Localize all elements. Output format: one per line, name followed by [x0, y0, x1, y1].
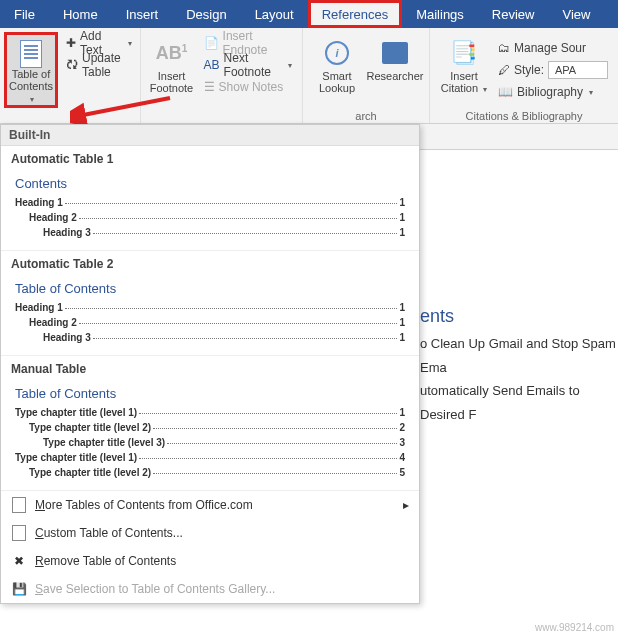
smart-lookup-button[interactable]: i Smart Lookup	[309, 32, 365, 108]
tab-review[interactable]: Review	[478, 0, 549, 28]
more-from-office-button[interactable]: MMore Tables of Contents from Office.com…	[1, 491, 419, 519]
gallery-title: Automatic Table 1	[11, 152, 409, 166]
manage-icon: 🗂	[498, 41, 510, 55]
toc-title: Contents	[15, 176, 405, 191]
refresh-icon: 🗘	[66, 58, 78, 72]
manage-sources-button[interactable]: 🗂 Manage Sour	[494, 37, 612, 59]
book-icon	[382, 42, 408, 64]
update-table-button[interactable]: 🗘 Update Table	[62, 54, 136, 76]
office-icon	[11, 497, 27, 513]
toc-title: Table of Contents	[15, 281, 405, 296]
custom-toc-button[interactable]: Custom Table of Contents...	[1, 519, 419, 547]
style-icon: 🖊	[498, 63, 510, 77]
tab-file[interactable]: File	[0, 0, 49, 28]
gallery-title: Manual Table	[11, 362, 409, 376]
ribbon: Table of Contents ▾ ✚ Add Text ▾ 🗘 Updat…	[0, 28, 618, 124]
researcher-button[interactable]: Researcher	[367, 32, 423, 108]
ribbon-tabs: File Home Insert Design Layout Reference…	[0, 0, 618, 28]
bibliography-label: Bibliography	[517, 85, 583, 99]
tab-design[interactable]: Design	[172, 0, 240, 28]
toc-row: Heading 31	[15, 225, 405, 240]
insert-citation-label-2: Citation	[441, 82, 478, 94]
gallery-title: Automatic Table 2	[11, 257, 409, 271]
chevron-down-icon: ▾	[288, 61, 292, 70]
insert-citation-button[interactable]: 📑 Insert Citation ▾	[436, 32, 492, 108]
endnote-icon: 📄	[204, 36, 219, 50]
chevron-down-icon: ▾	[483, 85, 487, 94]
chevron-down-icon: ▾	[30, 95, 34, 104]
toc-row: Type chapter title (level 1)1	[15, 405, 405, 420]
gallery-manual-table[interactable]: Manual Table Table of Contents Type chap…	[1, 356, 419, 491]
toc-row: Type chapter title (level 3)3	[15, 435, 405, 450]
custom-icon	[11, 525, 27, 541]
insert-citation-label-1: Insert	[450, 70, 478, 82]
save-icon: 💾	[11, 581, 27, 597]
style-label: Style:	[514, 63, 544, 77]
insert-footnote-label-2: Footnote	[150, 82, 193, 94]
tab-mailings[interactable]: Mailings	[402, 0, 478, 28]
toc-row: Heading 11	[15, 195, 405, 210]
watermark: www.989214.com	[535, 622, 614, 633]
manage-sources-label: Manage Sour	[514, 41, 586, 55]
bibliography-icon: 📖	[498, 85, 513, 99]
table-of-contents-button[interactable]: Table of Contents ▾	[4, 32, 58, 108]
footnote-icon: AB1	[156, 43, 188, 64]
document-text: ents o Clean Up Gmail and Stop Spam Ema …	[420, 300, 618, 426]
tab-view[interactable]: View	[548, 0, 604, 28]
doc-line-2: utomatically Send Emails to Desired F	[420, 379, 618, 426]
toc-label-2: Contents	[9, 80, 53, 92]
notes-icon: ☰	[204, 80, 215, 94]
smart-lookup-label-1: Smart	[322, 70, 351, 82]
toc-row: Heading 21	[15, 210, 405, 225]
toc-row: Heading 31	[15, 330, 405, 345]
tab-insert[interactable]: Insert	[112, 0, 173, 28]
update-table-label: Update Table	[82, 51, 132, 79]
remove-icon: ✖	[11, 553, 27, 569]
toc-row: Type chapter title (level 2)2	[15, 420, 405, 435]
insert-footnote-button[interactable]: AB1 Insert Footnote	[147, 32, 195, 108]
gallery-auto-table-1[interactable]: Automatic Table 1 Contents Heading 11Hea…	[1, 146, 419, 251]
citation-icon: 📑	[450, 41, 477, 65]
doc-heading-fragment: ents	[420, 300, 618, 332]
group-research-label: arch	[309, 108, 423, 122]
toc-row: Heading 11	[15, 300, 405, 315]
tab-extra[interactable]: no	[604, 0, 618, 28]
add-text-icon: ✚	[66, 36, 76, 50]
researcher-label: Researcher	[367, 70, 424, 82]
bibliography-button[interactable]: 📖 Bibliography ▾	[494, 81, 612, 103]
section-built-in: Built-In	[1, 125, 419, 146]
toc-title: Table of Contents	[15, 386, 405, 401]
remove-toc-button[interactable]: ✖ Remove Table of Contents	[1, 547, 419, 575]
chevron-right-icon: ▸	[403, 498, 409, 512]
save-selection-button: 💾 Save Selection to Table of Contents Ga…	[1, 575, 419, 603]
next-footnote-label: Next Footnote	[224, 51, 282, 79]
toc-row: Heading 21	[15, 315, 405, 330]
chevron-down-icon: ▾	[589, 88, 593, 97]
tab-layout[interactable]: Layout	[241, 0, 308, 28]
lightbulb-icon: i	[325, 41, 349, 65]
page-icon	[20, 40, 42, 68]
show-notes-label: Show Notes	[219, 80, 284, 94]
doc-line-1: o Clean Up Gmail and Stop Spam Ema	[420, 332, 618, 379]
toc-gallery-dropdown: Built-In Automatic Table 1 Contents Head…	[0, 124, 420, 604]
show-notes-button[interactable]: ☰ Show Notes	[200, 76, 296, 98]
toc-label-1: Table of	[12, 68, 51, 80]
tab-home[interactable]: Home	[49, 0, 112, 28]
toc-row: Type chapter title (level 1)4	[15, 450, 405, 465]
smart-lookup-label-2: Lookup	[319, 82, 355, 94]
toc-row: Type chapter title (level 2)5	[15, 465, 405, 480]
footnote-small-icon: AB	[204, 58, 220, 72]
style-value: APA	[555, 64, 576, 76]
group-citations-label: Citations & Bibliography	[436, 108, 612, 122]
next-footnote-button[interactable]: AB Next Footnote ▾	[200, 54, 296, 76]
tab-references[interactable]: References	[308, 0, 402, 28]
gallery-auto-table-2[interactable]: Automatic Table 2 Table of Contents Head…	[1, 251, 419, 356]
citation-style-select[interactable]: 🖊 Style: APA	[494, 59, 612, 81]
insert-footnote-label-1: Insert	[158, 70, 186, 82]
chevron-down-icon: ▾	[128, 39, 132, 48]
